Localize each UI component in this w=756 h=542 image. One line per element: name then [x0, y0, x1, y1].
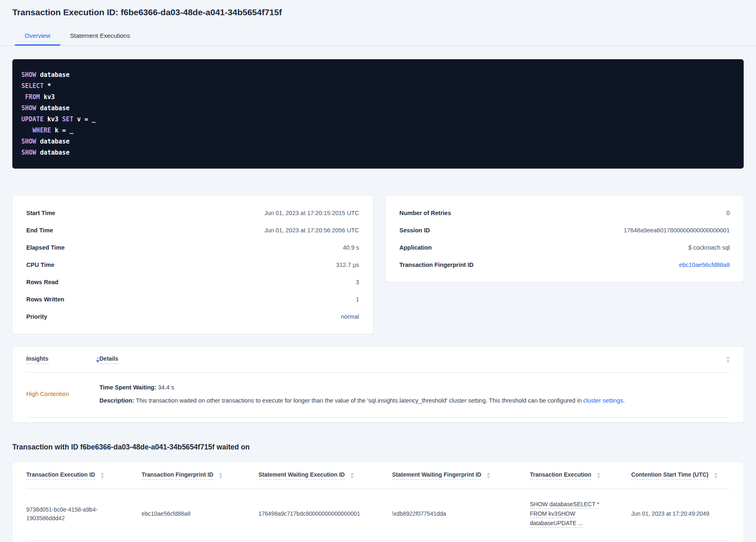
transaction-metadata-card: Number of Retries0Session ID17648a9eea60…	[385, 196, 744, 282]
insights-table-card: Insights Details High Contention Time Sp…	[12, 347, 744, 422]
column-header-label[interactable]: Transaction Fingerprint ID	[142, 471, 213, 480]
column-header[interactable]: Transaction Fingerprint ID	[142, 471, 258, 480]
summary-label: Application	[399, 244, 432, 251]
summary-label: Number of Retries	[399, 210, 451, 216]
waited-on-heading: Transaction with ID f6be6366-da03-48de-a…	[12, 443, 744, 452]
details-column-header[interactable]: Details	[99, 355, 721, 364]
cell-transaction-execution: SHOW databaseSELECT * FROM kv3SHOW datab…	[530, 500, 632, 528]
cell-contention-start-time: Jun 01, 2023 at 17:20:49:2049	[631, 510, 730, 518]
summary-row: Transaction Fingerprint IDebc10ae56cfd88…	[399, 256, 730, 273]
insights-column-label[interactable]: Insights	[26, 355, 48, 364]
cell-statement-waiting-fingerprint-id: \xdb8922f077541dda	[392, 510, 530, 518]
summary-row: Session ID17648a9eea60178000000000000000…	[399, 222, 730, 239]
description-text: This transaction waited on other transac…	[136, 397, 583, 404]
sql-line: WHERE k = _	[21, 125, 735, 136]
summary-rows-left: Start TimeJun 01, 2023 at 17:20:15:2015 …	[26, 204, 359, 325]
insight-details-cell: Time Spent Waiting: 34.4 s Description: …	[99, 383, 730, 405]
summary-value: 3	[356, 279, 359, 285]
insights-table-header: Insights Details	[26, 347, 730, 372]
sort-icon[interactable]	[487, 473, 490, 479]
summary-cards-row: Start TimeJun 01, 2023 at 17:20:15:2015 …	[12, 196, 744, 334]
details-column-label[interactable]: Details	[99, 355, 118, 364]
sql-line: UPDATE kv3 SET v = _	[21, 114, 735, 125]
sort-icon[interactable]	[219, 473, 222, 479]
summary-value: 1	[356, 296, 359, 303]
tab-overview[interactable]: Overview	[15, 28, 60, 45]
summary-label: Rows Read	[26, 279, 58, 285]
summary-row: Number of Retries0	[399, 204, 730, 222]
description-label: Description:	[99, 397, 134, 404]
time-spent-waiting-value: 34.4 s	[158, 384, 175, 391]
sql-line: SELECT *	[21, 81, 735, 92]
column-header-label[interactable]: Statement Waiting Execution ID	[258, 471, 345, 480]
column-header-label[interactable]: Statement Waiting Fingerprint ID	[392, 471, 481, 480]
transaction-details-page: Transaction Execution ID: f6be6366-da03-…	[0, 7, 756, 542]
sql-line: SHOW database	[21, 69, 735, 81]
summary-label: Session ID	[399, 227, 430, 234]
summary-row: Elapsed Time40.9 s	[26, 239, 359, 256]
insight-row: High Contention Time Spent Waiting: 34.4…	[26, 373, 730, 417]
insights-column-header[interactable]: Insights	[26, 355, 99, 364]
column-header[interactable]: Transaction Execution	[530, 471, 632, 480]
time-spent-waiting-line: Time Spent Waiting: 34.4 s	[99, 383, 730, 391]
time-spent-waiting-label: Time Spent Waiting:	[99, 384, 157, 391]
sql-line: FROM kv3	[21, 92, 735, 103]
summary-row: Application$ cockroach sql	[399, 239, 730, 256]
column-header[interactable]: Statement Waiting Execution ID	[258, 471, 392, 480]
column-header-label[interactable]: Contention Start Time (UTC)	[631, 471, 708, 480]
column-header[interactable]: Statement Waiting Fingerprint ID	[392, 471, 530, 480]
cell-statement-waiting-execution-id: 176498a9c717bdc80000000000000001	[258, 510, 392, 518]
sql-statement-box: SHOW databaseSELECT * FROM kv3SHOW datab…	[12, 59, 744, 169]
summary-row: Start TimeJun 01, 2023 at 17:20:15:2015 …	[26, 204, 359, 222]
column-header[interactable]: Contention Start Time (UTC)	[631, 471, 730, 480]
transaction-timing-card: Start TimeJun 01, 2023 at 17:20:15:2015 …	[12, 196, 373, 334]
waited-on-row: 9738d051-bc0e-4158-a9b4-1903586ddd42 ebc…	[26, 489, 730, 540]
summary-value: Jun 01, 2023 at 17:20:56:2056 UTC	[264, 227, 359, 234]
column-header[interactable]: Transaction Execution ID	[26, 471, 142, 480]
sort-icon[interactable]	[726, 357, 730, 363]
summary-label: CPU Time	[26, 262, 54, 268]
summary-value: Jun 01, 2023 at 17:20:15:2015 UTC	[264, 210, 359, 216]
transaction-execution-link[interactable]: SHOW databaseSELECT * FROM kv3SHOW datab…	[530, 500, 602, 528]
summary-row: Rows Written1	[26, 291, 359, 308]
insight-name: High Contention	[26, 383, 99, 405]
sort-icon[interactable]	[350, 473, 354, 479]
cluster-settings-link[interactable]: cluster settings	[583, 397, 623, 404]
cell-transaction-fingerprint-id: ebc10ae56cfd88a8	[142, 510, 258, 518]
summary-value-link[interactable]: ebc10ae56cfd88a8	[679, 262, 730, 268]
sql-line: SHOW database	[21, 136, 735, 147]
summary-value: 312.7 µs	[336, 262, 359, 268]
summary-row: Prioritynormal	[26, 308, 359, 325]
tab-bar: Overview Statement Executions	[0, 28, 756, 46]
sql-line: SHOW database	[21, 103, 735, 114]
summary-row: Rows Read3	[26, 273, 359, 291]
waited-on-table-header: Transaction Execution IDTransaction Fing…	[26, 462, 730, 489]
sort-icon[interactable]	[101, 473, 104, 479]
summary-rows-right: Number of Retries0Session ID17648a9eea60…	[399, 204, 730, 273]
summary-value: $ cockroach sql	[688, 244, 730, 251]
summary-value: 40.9 s	[343, 244, 360, 251]
sql-line: SHOW database	[21, 147, 735, 158]
summary-label: End Time	[26, 227, 53, 234]
summary-label: Transaction Fingerprint ID	[399, 262, 473, 268]
description-suffix: .	[623, 397, 625, 404]
waited-on-table-card: Transaction Execution IDTransaction Fing…	[12, 462, 744, 542]
column-header-label[interactable]: Transaction Execution	[530, 471, 591, 480]
page-title: Transaction Execution ID: f6be6366-da03-…	[12, 7, 744, 18]
sort-icon[interactable]	[714, 473, 717, 479]
summary-label: Rows Written	[26, 296, 64, 303]
column-header-label[interactable]: Transaction Execution ID	[26, 471, 95, 480]
table-bottom-divider	[26, 417, 730, 417]
summary-row: CPU Time312.7 µs	[26, 256, 359, 273]
summary-value: 17648a9eea6017800000000000000001	[624, 227, 730, 234]
summary-value: 0	[726, 210, 730, 216]
sort-icon[interactable]	[597, 473, 600, 479]
summary-value: normal	[341, 313, 359, 320]
tab-statement-executions[interactable]: Statement Executions	[60, 28, 140, 45]
tab-statement-executions-label: Statement Executions	[70, 32, 130, 39]
description-line: Description: This transaction waited on …	[99, 396, 730, 405]
summary-label: Elapsed Time	[26, 244, 65, 251]
summary-label: Start Time	[26, 210, 55, 216]
table-bottom-divider	[26, 540, 730, 541]
sort-icon[interactable]	[96, 357, 99, 363]
